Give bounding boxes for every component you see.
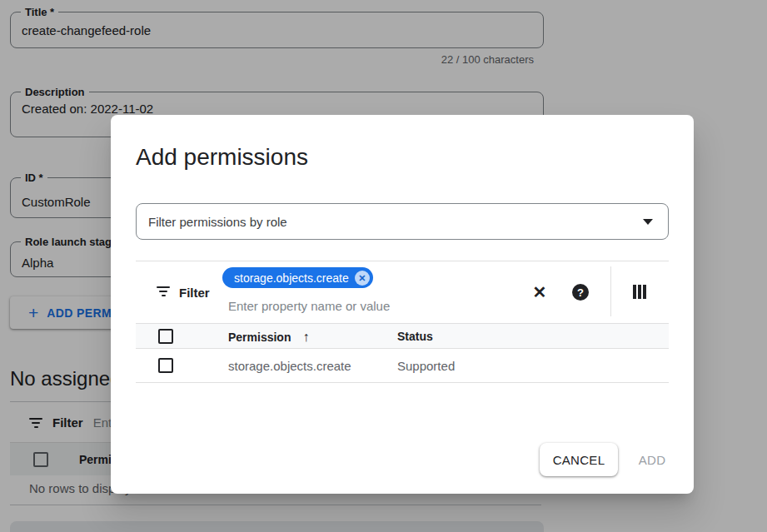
permission-table-row[interactable]: storage.objects.create Supported [136,350,669,383]
sort-ascending-icon[interactable]: ↑ [302,330,309,345]
filter-icon [157,286,170,296]
row-checkbox[interactable] [158,358,173,373]
permission-header-label: Permission [228,331,291,344]
status-cell: Supported [397,359,455,373]
role-select-value: Filter permissions by role [148,215,643,229]
status-column-header[interactable]: Status [397,330,433,343]
divider [610,266,611,316]
dialog-table-header: Permission ↑ Status [136,323,669,349]
dialog-filter-label: Filter [179,286,210,300]
filter-chip-storage-objects-create[interactable]: storage.objects.create ✕ [222,267,373,288]
chip-remove-icon[interactable]: ✕ [355,271,370,286]
filter-chip-text: storage.objects.create [234,271,349,285]
permission-column-header[interactable]: Permission ↑ [228,330,309,345]
add-button[interactable]: ADD [629,443,675,476]
select-all-checkbox[interactable] [158,329,173,344]
dialog-title: Add permissions [136,144,308,171]
create-role-page: Title * create-changefeed-role 22 / 100 … [0,0,767,532]
filter-permissions-by-role-select[interactable]: Filter permissions by role [136,203,669,240]
dialog-filter-input-placeholder[interactable]: Enter property name or value [228,299,390,313]
clear-filters-icon[interactable]: ✕ [528,281,551,304]
column-display-options-icon[interactable] [633,285,646,299]
cancel-button[interactable]: CANCEL [540,443,618,476]
help-icon[interactable]: ? [572,284,589,301]
add-permissions-dialog: Add permissions Filter permissions by ro… [111,115,694,494]
chevron-down-icon [643,219,653,225]
permission-cell: storage.objects.create [228,359,351,373]
divider [136,261,669,261]
